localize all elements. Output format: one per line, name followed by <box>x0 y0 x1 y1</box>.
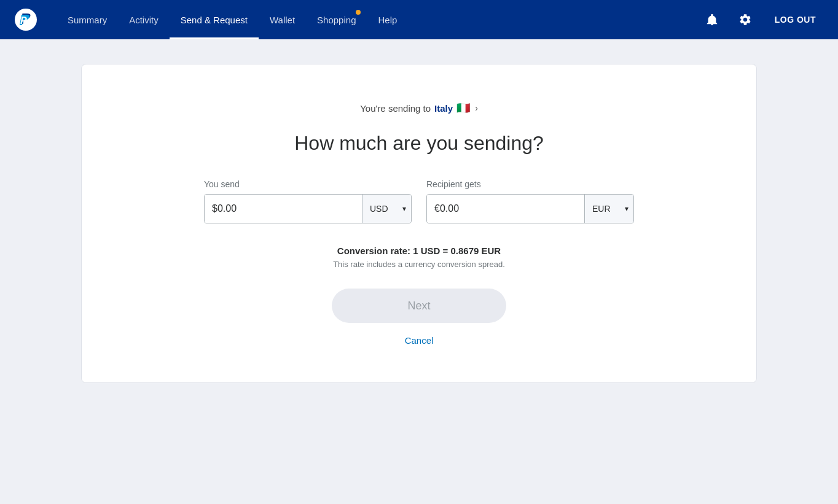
conversion-note-text: This rate includes a currency conversion… <box>333 260 505 269</box>
navbar: P Summary Activity Send & Request Wallet… <box>0 0 838 39</box>
recipient-gets-currency-wrapper: EUR USD GBP <box>584 195 633 223</box>
destination-chevron-icon: › <box>475 103 478 113</box>
nav-item-shopping[interactable]: Shopping <box>306 0 367 39</box>
page-content: You're sending to Italy 🇮🇹 › How much ar… <box>0 39 838 504</box>
you-send-currency-wrapper: USD EUR GBP CAD AUD <box>362 195 411 223</box>
page-title: How much are you sending? <box>294 132 544 155</box>
nav-item-send-request[interactable]: Send & Request <box>170 0 259 39</box>
you-send-currency-select[interactable]: USD EUR GBP CAD AUD <box>370 204 405 214</box>
cancel-link[interactable]: Cancel <box>405 335 434 346</box>
destination-flag: 🇮🇹 <box>456 101 470 115</box>
nav-item-summary[interactable]: Summary <box>57 0 118 39</box>
you-send-field: You send USD EUR GBP CAD AUD <box>204 179 412 223</box>
amount-row: You send USD EUR GBP CAD AUD <box>204 179 634 223</box>
recipient-gets-field: Recipient gets EUR USD GBP <box>426 179 634 223</box>
you-send-input[interactable] <box>205 195 362 223</box>
nav-item-activity[interactable]: Activity <box>118 0 170 39</box>
bell-icon <box>705 13 719 26</box>
nav-links: Summary Activity Send & Request Wallet S… <box>57 0 701 39</box>
recipient-gets-input[interactable] <box>427 195 584 223</box>
destination-prefix: You're sending to <box>360 103 431 114</box>
logo[interactable]: P <box>15 9 37 31</box>
paypal-logo-icon: P <box>15 9 37 31</box>
settings-button[interactable] <box>734 9 756 31</box>
logout-button[interactable]: LOG OUT <box>767 11 823 28</box>
recipient-gets-input-group: EUR USD GBP <box>426 194 634 223</box>
conversion-rate-text: Conversion rate: 1 USD = 0.8679 EUR <box>333 246 505 256</box>
recipient-gets-label: Recipient gets <box>426 179 634 189</box>
send-money-card: You're sending to Italy 🇮🇹 › How much ar… <box>81 64 757 383</box>
you-send-label: You send <box>204 179 412 189</box>
next-button[interactable]: Next <box>332 289 506 323</box>
destination-selector[interactable]: You're sending to Italy 🇮🇹 › <box>360 101 478 115</box>
you-send-input-group: USD EUR GBP CAD AUD <box>204 194 412 223</box>
recipient-gets-currency-select[interactable]: EUR USD GBP <box>592 204 627 214</box>
nav-item-wallet[interactable]: Wallet <box>259 0 306 39</box>
destination-country: Italy <box>434 103 453 114</box>
gear-icon <box>738 13 752 26</box>
nav-item-help[interactable]: Help <box>367 0 408 39</box>
conversion-section: Conversion rate: 1 USD = 0.8679 EUR This… <box>333 246 505 269</box>
svg-text:P: P <box>20 15 27 26</box>
notifications-button[interactable] <box>701 9 723 31</box>
shopping-notification-dot <box>356 10 361 15</box>
nav-right: LOG OUT <box>701 9 823 31</box>
